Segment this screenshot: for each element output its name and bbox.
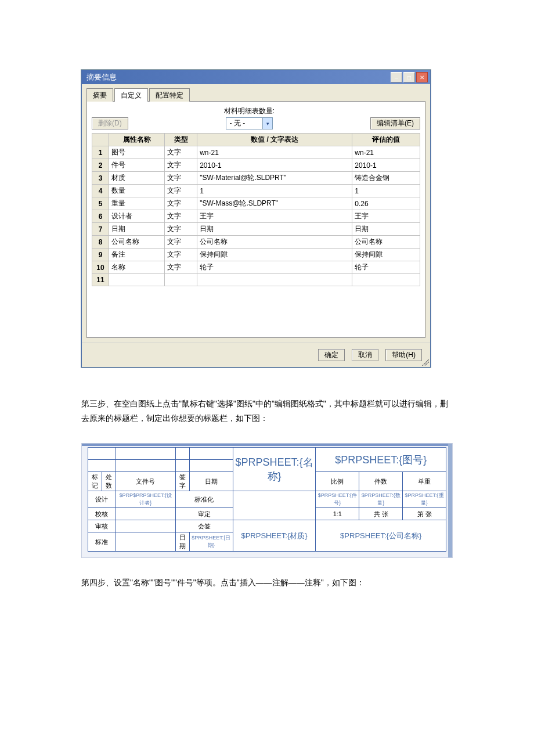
cell-eval: 轮子 [352, 261, 420, 274]
cell-name[interactable]: 日期 [109, 223, 165, 236]
cell-expr[interactable]: 1 [197, 185, 352, 197]
cell-eval: 1 [352, 185, 420, 197]
cell-type[interactable]: 文字 [165, 185, 197, 197]
col-expr: 数值 / 文字表达 [197, 134, 352, 146]
tab-config[interactable]: 配置特定 [149, 88, 190, 102]
cell-name[interactable] [109, 274, 165, 286]
cell-expr[interactable] [197, 274, 352, 286]
col-eval: 评估的值 [352, 134, 420, 146]
table-row[interactable]: 1图号文字wn-21wn-21 [92, 146, 420, 159]
summary-info-dialog: 摘要信息 – □ ✕ 摘要 自定义 配置特定 删除(D) 材料明细表数量: - … [81, 70, 431, 368]
cell-eval: 王宇 [352, 210, 420, 223]
tb-date: 日期 [189, 472, 233, 491]
cell-rownum: 2 [92, 159, 109, 172]
help-button[interactable]: 帮助(H) [385, 349, 422, 361]
chevron-down-icon[interactable]: ▾ [262, 118, 272, 129]
tab-custom[interactable]: 自定义 [114, 88, 148, 102]
table-row[interactable]: 4数量文字11 [92, 185, 420, 197]
cell-name[interactable]: 材质 [109, 172, 165, 185]
cancel-button[interactable]: 取消 [352, 349, 378, 361]
tb-stdchk: 标准化 [175, 491, 233, 508]
cell-expr[interactable]: 公司名称 [197, 236, 352, 249]
cell-name[interactable]: 件号 [109, 159, 165, 172]
tb-designer: $PRP$PRPSHEET:{设计者} [116, 491, 175, 508]
table-row[interactable]: 9备注文字保持间隙保持间隙 [92, 249, 420, 261]
close-icon[interactable]: ✕ [416, 72, 428, 82]
table-row[interactable]: 2件号文字2010-12010-1 [92, 159, 420, 172]
cell-eval [352, 274, 420, 286]
cell-name[interactable]: 名称 [109, 261, 165, 274]
cell-name[interactable]: 数量 [109, 185, 165, 197]
maximize-icon[interactable]: □ [403, 72, 415, 82]
cell-eval: 2010-1 [352, 159, 420, 172]
cell-type[interactable]: 文字 [165, 172, 197, 185]
cell-eval: 日期 [352, 223, 420, 236]
cell-expr[interactable]: 2010-1 [197, 159, 352, 172]
cell-rownum: 6 [92, 210, 109, 223]
cell-eval: 铸造合金钢 [352, 172, 420, 185]
tb-page: 第 张 [403, 508, 446, 520]
tb-material: $PRPSHEET:{材质} [233, 520, 316, 552]
col-rownum [92, 134, 109, 146]
tb-sign: 签字 [175, 472, 189, 491]
cell-type[interactable]: 文字 [165, 236, 197, 249]
cell-name[interactable]: 公司名称 [109, 236, 165, 249]
cell-name[interactable]: 备注 [109, 249, 165, 261]
table-row[interactable]: 3材质文字"SW-Material@轮.SLDPRT"铸造合金钢 [92, 172, 420, 185]
cell-expr[interactable]: 轮子 [197, 261, 352, 274]
tb-name: $PRPSHEET:{名称} [233, 448, 316, 491]
cell-expr[interactable]: 保持间隙 [197, 249, 352, 261]
tb-standard: 标准 [88, 532, 116, 552]
cell-expr[interactable]: "SW-Mass@轮.SLDPRT" [197, 197, 352, 210]
cell-rownum: 4 [92, 185, 109, 197]
bom-quantity-combo[interactable]: - 无 - ▾ [226, 117, 273, 129]
dialog-titlebar[interactable]: 摘要信息 – □ ✕ [82, 70, 430, 84]
table-row[interactable]: 7日期文字日期日期 [92, 223, 420, 236]
cell-type[interactable]: 文字 [165, 210, 197, 223]
step4-paragraph: 第四步、设置"名称""图号""件号"等项。点击"插入——注解——注释"，如下图： [81, 575, 453, 590]
table-row[interactable]: 10名称文字轮子轮子 [92, 261, 420, 274]
cell-expr[interactable]: "SW-Material@轮.SLDPRT" [197, 172, 352, 185]
cell-type[interactable]: 文字 [165, 223, 197, 236]
cell-rownum: 8 [92, 236, 109, 249]
tb-date2: 日期 [175, 532, 189, 552]
table-row[interactable]: 5重量文字"SW-Mass@轮.SLDPRT"0.26 [92, 197, 420, 210]
cell-eval: 0.26 [352, 197, 420, 210]
cell-type[interactable]: 文字 [165, 159, 197, 172]
cell-rownum: 3 [92, 172, 109, 185]
cell-expr[interactable]: 王宇 [197, 210, 352, 223]
delete-button[interactable]: 删除(D) [92, 117, 128, 129]
cell-eval: 保持间隙 [352, 249, 420, 261]
cell-type[interactable]: 文字 [165, 249, 197, 261]
cell-expr[interactable]: 日期 [197, 223, 352, 236]
cell-name[interactable]: 重量 [109, 197, 165, 210]
tab-summary[interactable]: 摘要 [86, 88, 113, 102]
tb-review: 审核 [88, 520, 116, 532]
cell-type[interactable] [165, 274, 197, 286]
resize-grip-icon[interactable] [422, 359, 429, 366]
col-name: 属性名称 [109, 134, 165, 146]
cell-rownum: 7 [92, 223, 109, 236]
cell-type[interactable]: 文字 [165, 261, 197, 274]
minimize-icon[interactable]: – [391, 72, 402, 82]
edit-list-button[interactable]: 编辑清单(E) [370, 117, 420, 129]
cell-rownum: 9 [92, 249, 109, 261]
cell-expr[interactable]: wn-21 [197, 146, 352, 159]
tb-scale-val: 1:1 [316, 508, 359, 520]
cell-name[interactable]: 设计者 [109, 210, 165, 223]
tb-mass: $PRPSHEET:{重量} [403, 491, 446, 508]
bom-quantity-value: - 无 - [226, 118, 263, 129]
cell-name[interactable]: 图号 [109, 146, 165, 159]
tb-company: $PRPSHEET:{公司名称} [316, 520, 446, 552]
ok-button[interactable]: 确定 [318, 349, 345, 361]
table-row[interactable]: 11 [92, 274, 420, 286]
tb-check: 校核 [88, 508, 116, 520]
table-row[interactable]: 8公司名称文字公司名称公司名称 [92, 236, 420, 249]
table-row[interactable]: 6设计者文字王宇王宇 [92, 210, 420, 223]
cell-rownum: 10 [92, 261, 109, 274]
cell-type[interactable]: 文字 [165, 146, 197, 159]
dialog-title: 摘要信息 [86, 72, 391, 82]
tb-drawno: $PRPSHEET:{图号} [316, 448, 446, 472]
cell-type[interactable]: 文字 [165, 197, 197, 210]
tb-count-lbl: 件数 [359, 472, 403, 491]
